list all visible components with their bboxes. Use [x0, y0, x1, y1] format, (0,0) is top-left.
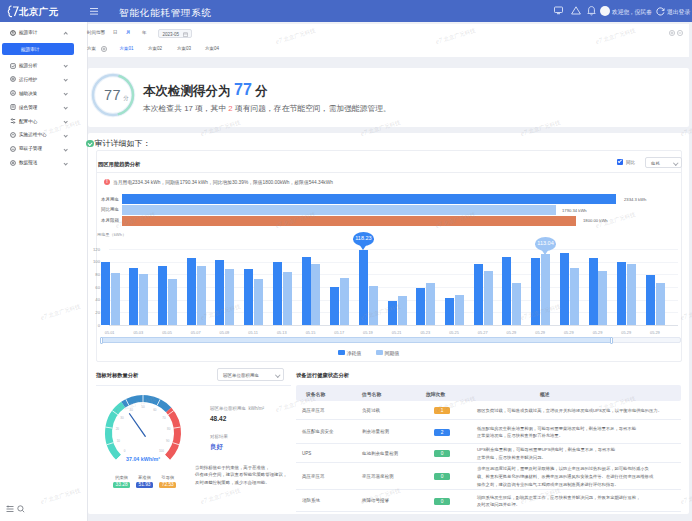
svg-text:60: 60 [153, 408, 157, 412]
svg-text:20: 20 [116, 427, 120, 431]
svg-text:70: 70 [162, 416, 166, 420]
svg-text:0: 0 [124, 449, 126, 453]
svg-text:100: 100 [159, 449, 164, 453]
svg-text:10: 10 [117, 439, 121, 443]
svg-text:90: 90 [166, 439, 170, 443]
svg-text:30: 30 [120, 416, 124, 420]
svg-text:80: 80 [167, 427, 171, 431]
